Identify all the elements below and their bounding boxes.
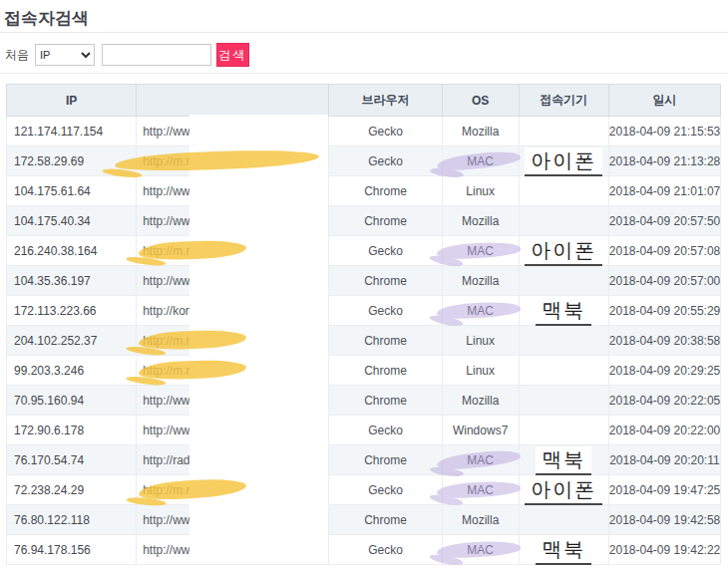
- cell-datetime: 2018-04-09 19:42:58: [608, 505, 720, 535]
- cell-browser: Chrome: [329, 176, 442, 206]
- cell-browser: Chrome: [329, 386, 442, 416]
- search-input[interactable]: [102, 44, 211, 66]
- cell-datetime: 2018-04-09 20:38:58: [608, 326, 720, 356]
- device-annotation: 아이폰: [525, 237, 602, 266]
- cell-browser: Chrome: [329, 266, 442, 296]
- cell-ip: 76.94.178.156: [7, 535, 137, 565]
- cell-os: Windows7: [442, 416, 519, 445]
- cell-os: MAC: [442, 296, 519, 326]
- table-row: 99.203.3.246 http://m.ra Chrome Linux 20…: [7, 356, 721, 386]
- cell-device: [519, 176, 608, 206]
- purple-marker-stroke: [436, 149, 521, 173]
- cell-device: [519, 416, 608, 445]
- cell-os: Mozilla: [442, 266, 519, 296]
- cell-ip: 104.175.61.64: [7, 176, 137, 206]
- header-browser: 브라우저: [329, 85, 442, 117]
- search-bar: 처음 IP 검색: [5, 42, 249, 68]
- table-row: 104.35.36.197 http://www Chrome Mozilla …: [7, 266, 721, 296]
- cell-device: [519, 326, 608, 356]
- visitor-table: IP 브라우저 OS 접속기기 일시 121.174.117.154 http:…: [6, 84, 721, 565]
- table-row: 72.238.24.29 http://m.ra Gecko MAC 아이폰 2…: [7, 475, 721, 505]
- cell-os: Mozilla: [442, 117, 519, 146]
- cell-ip: 70.95.160.94: [7, 386, 137, 416]
- table-row: 70.95.160.94 http://www Chrome Mozilla 2…: [7, 386, 721, 416]
- device-annotation: 맥북: [536, 297, 591, 326]
- cell-device: 아이폰: [519, 475, 608, 505]
- cell-datetime: 2018-04-09 21:01:07: [608, 176, 720, 206]
- cell-browser: Gecko: [329, 146, 442, 176]
- cell-browser: Gecko: [329, 416, 442, 445]
- os-text: Mozilla: [462, 214, 499, 228]
- cell-os: Mozilla: [442, 386, 519, 416]
- cell-browser: Chrome: [329, 356, 442, 386]
- table-row: 172.58.29.69 http://m.ra Gecko MAC 아이폰 2…: [7, 146, 721, 176]
- cell-ip: 121.174.117.154: [7, 117, 137, 146]
- table-row: 216.240.38.164 http://m.ra Gecko MAC 아이폰…: [7, 236, 721, 266]
- page-title: 접속자검색: [4, 7, 89, 30]
- cell-datetime: 2018-04-09 19:47:25: [608, 475, 720, 505]
- cell-os: Linux: [442, 356, 519, 386]
- header-os: OS: [442, 85, 519, 117]
- cell-device: 아이폰: [519, 146, 608, 176]
- table-row: 76.80.122.118 http://www Chrome Mozilla …: [7, 505, 721, 535]
- cell-ip: 172.90.6.178: [7, 416, 137, 445]
- table-row: 121.174.117.154 http://www Gecko Mozilla…: [7, 117, 721, 146]
- table-row: 204.102.252.37 http://m.ra Chrome Linux …: [7, 326, 721, 356]
- divider-bottom: [0, 73, 728, 74]
- os-text: Linux: [466, 364, 495, 378]
- device-annotation: 맥북: [536, 536, 591, 565]
- cell-datetime: 2018-04-09 21:13:28: [608, 146, 720, 176]
- table-row: 172.90.6.178 http://www Gecko Windows7 2…: [7, 416, 721, 445]
- table-header-row: IP 브라우저 OS 접속기기 일시: [7, 85, 721, 117]
- cell-device: [519, 206, 608, 236]
- table-body: 121.174.117.154 http://www Gecko Mozilla…: [7, 117, 721, 565]
- purple-marker-stroke: [436, 241, 521, 260]
- purple-marker-stroke: [436, 540, 521, 559]
- table-row: 104.175.61.64 http://www Chrome Linux 20…: [7, 176, 721, 206]
- cell-datetime: 2018-04-09 21:15:53: [608, 117, 720, 146]
- cell-device: [519, 386, 608, 416]
- purple-marker-stroke: [436, 301, 521, 320]
- cell-datetime: 2018-04-09 20:57:00: [608, 266, 720, 296]
- cell-os: MAC: [442, 146, 519, 176]
- device-annotation: 아이폰: [525, 147, 602, 176]
- cell-os: MAC: [442, 236, 519, 266]
- header-url: [137, 85, 329, 117]
- os-text: Mozilla: [462, 125, 499, 139]
- purple-marker-stroke: [436, 480, 521, 499]
- cell-browser: Chrome: [329, 505, 442, 535]
- cell-ip: 204.102.252.37: [7, 326, 137, 356]
- cell-os: MAC: [442, 475, 519, 505]
- purple-marker-stroke: [436, 448, 521, 472]
- cell-device: [519, 505, 608, 535]
- filter-select[interactable]: IP: [35, 44, 95, 66]
- cell-ip: 104.35.36.197: [7, 266, 137, 296]
- cell-ip: 99.203.3.246: [7, 356, 137, 386]
- search-button[interactable]: 검색: [216, 43, 249, 67]
- device-annotation: 아이폰: [525, 476, 602, 505]
- cell-browser: Gecko: [329, 296, 442, 326]
- cell-device: 맥북: [519, 445, 608, 475]
- cell-browser: Gecko: [329, 475, 442, 505]
- cell-datetime: 2018-04-09 20:20:11: [608, 445, 720, 475]
- url-text: http://koni: [143, 304, 194, 318]
- cell-datetime: 2018-04-09 20:22:00: [608, 416, 720, 445]
- cell-ip: 76.170.54.74: [7, 445, 137, 475]
- cell-os: Linux: [442, 176, 519, 206]
- table-row: 76.94.178.156 http://www Gecko MAC 맥북 20…: [7, 535, 721, 565]
- os-text: Windows7: [453, 424, 508, 437]
- divider-top: [0, 32, 728, 33]
- cell-device: [519, 266, 608, 296]
- cell-os: MAC: [442, 445, 519, 475]
- cell-datetime: 2018-04-09 20:57:08: [608, 236, 720, 266]
- table-row: 76.170.54.74 http://radio Chrome MAC 맥북 …: [7, 445, 721, 475]
- os-text: Linux: [466, 334, 495, 348]
- os-text: Mozilla: [462, 513, 499, 527]
- cell-os: Mozilla: [442, 505, 519, 535]
- visitor-search-page: 접속자검색 처음 IP 검색 IP 브라우저 OS 접속기기 일시 121.17…: [0, 0, 728, 570]
- cell-datetime: 2018-04-09 20:55:29: [608, 296, 720, 326]
- os-text: Linux: [466, 184, 495, 198]
- cell-browser: Gecko: [329, 236, 442, 266]
- cell-ip: 104.175.40.34: [7, 206, 137, 236]
- cell-ip: 72.238.24.29: [7, 475, 137, 505]
